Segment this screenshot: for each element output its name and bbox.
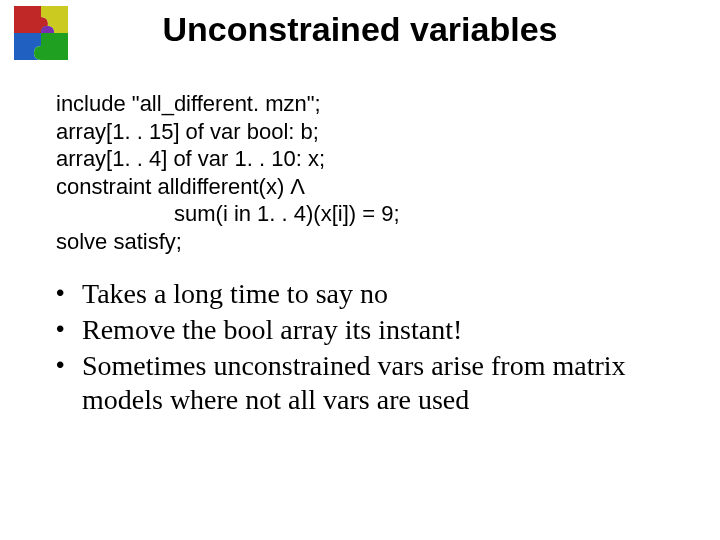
bullet-list: • Takes a long time to say no • Remove t…: [56, 277, 670, 418]
bullet-text: Sometimes unconstrained vars arise from …: [82, 349, 670, 417]
bullet-dot-icon: •: [56, 349, 82, 380]
code-block: include "all_different. mzn"; array[1. .…: [56, 90, 720, 255]
bullet-item: • Remove the bool array its instant!: [56, 313, 670, 347]
bullet-text: Takes a long time to say no: [82, 277, 670, 311]
code-line: sum(i in 1. . 4)(x[i]) = 9;: [56, 200, 720, 228]
code-line: constraint alldifferent(x) Λ: [56, 173, 720, 201]
code-line: solve satisfy;: [56, 228, 720, 256]
bullet-item: • Sometimes unconstrained vars arise fro…: [56, 349, 670, 417]
slide-title: Unconstrained variables: [0, 10, 720, 49]
bullet-dot-icon: •: [56, 313, 82, 344]
slide: Unconstrained variables include "all_dif…: [0, 0, 720, 540]
bullet-dot-icon: •: [56, 277, 82, 308]
code-line: array[1. . 4] of var 1. . 10: x;: [56, 145, 720, 173]
bullet-item: • Takes a long time to say no: [56, 277, 670, 311]
bullet-text: Remove the bool array its instant!: [82, 313, 670, 347]
code-line: include "all_different. mzn";: [56, 90, 720, 118]
code-line: array[1. . 15] of var bool: b;: [56, 118, 720, 146]
slide-header: Unconstrained variables: [0, 0, 720, 62]
